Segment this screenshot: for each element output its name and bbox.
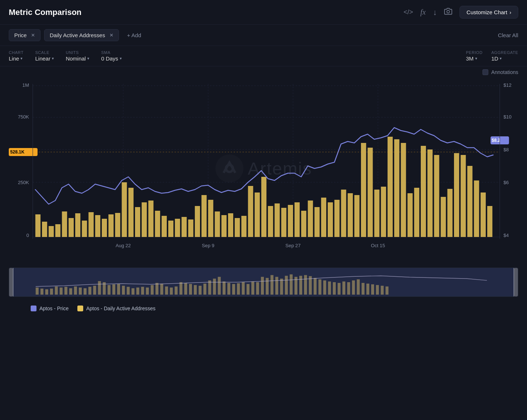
svg-point-0 bbox=[447, 10, 450, 13]
aggregate-select[interactable]: 1D ▾ bbox=[491, 55, 518, 62]
svg-rect-55 bbox=[222, 215, 227, 237]
annotations-label: Annotations bbox=[491, 69, 518, 75]
svg-rect-37 bbox=[102, 219, 107, 237]
svg-rect-79 bbox=[381, 187, 386, 237]
svg-rect-53 bbox=[208, 200, 213, 237]
svg-rect-89 bbox=[447, 189, 453, 237]
scale-control: SCALE Linear ▾ bbox=[35, 50, 54, 62]
svg-text:0: 0 bbox=[26, 233, 29, 238]
svg-rect-83 bbox=[408, 193, 413, 237]
svg-rect-40 bbox=[122, 182, 127, 237]
price-tag[interactable]: Price ✕ bbox=[9, 29, 41, 41]
svg-text:$8: $8 bbox=[504, 147, 509, 152]
svg-rect-54 bbox=[215, 211, 220, 237]
period-select[interactable]: 3M ▾ bbox=[466, 55, 482, 62]
svg-rect-72 bbox=[334, 200, 339, 237]
units-control: UNITS Nominal ▾ bbox=[66, 50, 89, 62]
svg-rect-58 bbox=[241, 216, 246, 237]
svg-rect-86 bbox=[427, 149, 432, 237]
svg-rect-82 bbox=[401, 143, 406, 237]
svg-rect-47 bbox=[168, 221, 173, 237]
aggregate-chevron-icon: ▾ bbox=[500, 56, 502, 61]
svg-text:Oct 15: Oct 15 bbox=[371, 243, 385, 248]
svg-text:$6: $6 bbox=[504, 180, 509, 185]
svg-rect-64 bbox=[281, 208, 286, 237]
svg-rect-67 bbox=[301, 211, 306, 237]
controls-bar: CHART Line ▾ SCALE Linear ▾ UNITS Nomina… bbox=[0, 46, 527, 66]
legend-color-price bbox=[31, 306, 36, 311]
units-select[interactable]: Nominal ▾ bbox=[66, 55, 89, 62]
add-metric-button[interactable]: + Add bbox=[123, 30, 146, 41]
clear-all-button[interactable]: Clear All bbox=[498, 32, 518, 38]
chart-type-select[interactable]: Line ▾ bbox=[9, 55, 23, 62]
svg-rect-94 bbox=[481, 192, 486, 237]
svg-rect-78 bbox=[374, 190, 379, 237]
svg-rect-92 bbox=[467, 166, 472, 237]
svg-rect-61 bbox=[261, 177, 266, 237]
scale-select[interactable]: Linear ▾ bbox=[35, 55, 54, 62]
scale-chevron-icon: ▾ bbox=[52, 56, 54, 61]
chart-legend: Aptos - Price Aptos - Daily Active Addre… bbox=[9, 301, 518, 314]
chart-control: CHART Line ▾ bbox=[9, 50, 23, 62]
svg-rect-70 bbox=[321, 198, 326, 237]
mini-handle-left[interactable] bbox=[9, 268, 13, 296]
svg-rect-51 bbox=[195, 206, 200, 237]
annotations-row: Annotations bbox=[0, 66, 527, 75]
legend-item-daa: Aptos - Daily Active Addresses bbox=[77, 306, 155, 311]
svg-rect-74 bbox=[348, 193, 353, 237]
svg-text:250K: 250K bbox=[18, 180, 29, 185]
annotations-checkbox[interactable] bbox=[482, 69, 488, 75]
camera-icon[interactable] bbox=[444, 7, 452, 17]
svg-rect-28 bbox=[42, 222, 47, 237]
metrics-bar: Price ✕ Daily Active Addresses ✕ + Add C… bbox=[0, 25, 527, 46]
main-chart: 1M 750K 500K 250K 0 $12 $10 $8 $6 $4 bbox=[9, 77, 518, 266]
svg-rect-36 bbox=[95, 215, 100, 237]
sma-chevron-icon: ▾ bbox=[120, 56, 122, 61]
svg-text:1M: 1M bbox=[22, 82, 29, 88]
chart-wrapper: Artemis 1M 750K 500K 250K 0 $12 $10 $8 $… bbox=[9, 77, 518, 266]
daa-close-icon[interactable]: ✕ bbox=[109, 32, 114, 38]
svg-text:$4: $4 bbox=[504, 233, 509, 238]
svg-rect-69 bbox=[315, 207, 320, 237]
svg-rect-43 bbox=[142, 202, 147, 237]
svg-rect-65 bbox=[288, 205, 293, 237]
svg-rect-52 bbox=[201, 195, 207, 237]
svg-rect-87 bbox=[434, 155, 439, 237]
svg-rect-60 bbox=[255, 192, 260, 237]
mini-chart[interactable] bbox=[9, 268, 518, 297]
mini-handle-right[interactable] bbox=[514, 268, 518, 296]
svg-rect-3 bbox=[9, 77, 518, 266]
svg-rect-39 bbox=[115, 213, 120, 237]
svg-rect-45 bbox=[155, 211, 160, 237]
header-actions: </> fx ↓ Customize Chart › bbox=[404, 6, 518, 19]
svg-rect-46 bbox=[162, 216, 167, 237]
svg-rect-42 bbox=[135, 207, 140, 237]
svg-rect-32 bbox=[69, 218, 74, 237]
customize-chart-button[interactable]: Customize Chart › bbox=[459, 6, 518, 19]
svg-text:Sep 9: Sep 9 bbox=[202, 243, 214, 248]
svg-rect-90 bbox=[454, 153, 459, 237]
svg-rect-59 bbox=[248, 186, 253, 237]
svg-rect-66 bbox=[295, 202, 300, 237]
svg-rect-31 bbox=[62, 211, 67, 237]
chart-area: Artemis 1M 750K 500K 250K 0 $12 $10 $8 $… bbox=[0, 75, 527, 420]
sma-select[interactable]: 0 Days ▾ bbox=[101, 55, 122, 62]
legend-color-daa bbox=[77, 306, 83, 311]
daa-tag[interactable]: Daily Active Addresses ✕ bbox=[44, 29, 119, 41]
svg-rect-88 bbox=[441, 197, 446, 237]
svg-rect-76 bbox=[361, 143, 366, 237]
svg-rect-84 bbox=[414, 188, 419, 237]
svg-rect-95 bbox=[487, 206, 492, 237]
mini-chart-selection[interactable] bbox=[13, 268, 514, 296]
svg-rect-71 bbox=[328, 202, 333, 237]
svg-text:528.1K: 528.1K bbox=[10, 149, 24, 155]
svg-rect-81 bbox=[394, 139, 399, 237]
price-close-icon[interactable]: ✕ bbox=[31, 32, 35, 38]
aggregate-control: AGGREGATE 1D ▾ bbox=[491, 50, 518, 62]
controls-right: PERIOD 3M ▾ AGGREGATE 1D ▾ bbox=[466, 50, 518, 62]
download-icon[interactable]: ↓ bbox=[433, 8, 437, 17]
svg-text:$8.2: $8.2 bbox=[492, 138, 500, 143]
code-icon[interactable]: </> bbox=[404, 8, 413, 16]
svg-rect-77 bbox=[368, 148, 373, 237]
formula-icon[interactable]: fx bbox=[420, 8, 426, 16]
